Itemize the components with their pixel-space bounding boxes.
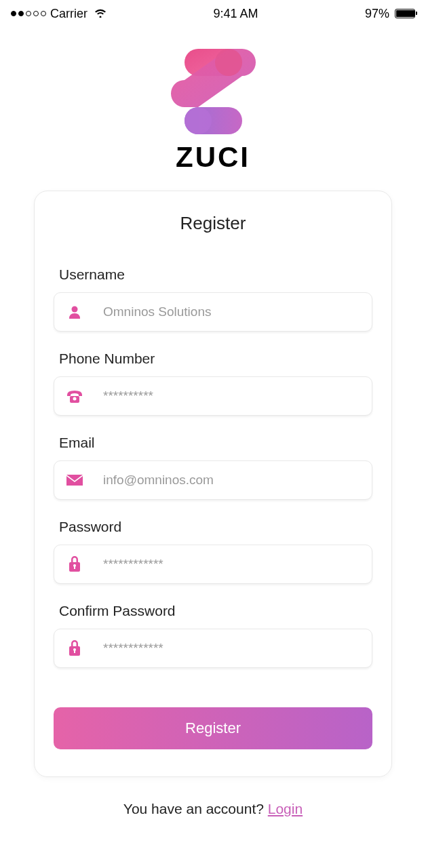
mail-icon bbox=[65, 471, 84, 490]
phone-icon bbox=[65, 387, 84, 406]
phone-label: Phone Number bbox=[54, 351, 372, 367]
phone-input-wrapper[interactable] bbox=[54, 376, 372, 416]
login-link[interactable]: Login bbox=[268, 801, 303, 816]
password-input-wrapper[interactable] bbox=[54, 545, 372, 584]
username-label: Username bbox=[54, 267, 372, 283]
register-button[interactable]: Register bbox=[54, 707, 372, 749]
password-label: Password bbox=[54, 519, 372, 535]
confirm-password-input-wrapper[interactable] bbox=[54, 629, 372, 668]
signal-strength-icon bbox=[11, 11, 46, 16]
username-field-group: Username bbox=[54, 267, 372, 332]
status-left: Carrier bbox=[11, 7, 106, 21]
email-input[interactable] bbox=[103, 473, 361, 488]
wifi-icon bbox=[94, 7, 106, 21]
confirm-password-field-group: Confirm Password bbox=[54, 603, 372, 668]
email-label: Email bbox=[54, 435, 372, 451]
lock-icon bbox=[65, 639, 84, 658]
username-input-wrapper[interactable] bbox=[54, 292, 372, 332]
password-field-group: Password bbox=[54, 519, 372, 584]
register-card: Register Username Phone Number bbox=[34, 191, 392, 777]
card-title: Register bbox=[54, 213, 372, 234]
carrier-label: Carrier bbox=[50, 7, 88, 21]
svg-rect-12 bbox=[74, 650, 75, 653]
battery-percent: 97% bbox=[365, 7, 389, 21]
phone-input[interactable] bbox=[103, 389, 361, 403]
status-time: 9:41 AM bbox=[213, 7, 258, 21]
email-field-group: Email bbox=[54, 435, 372, 500]
brand-name: ZUCI bbox=[176, 141, 250, 174]
svg-point-6 bbox=[73, 397, 77, 401]
lock-icon bbox=[65, 555, 84, 574]
email-input-wrapper[interactable] bbox=[54, 460, 372, 500]
phone-field-group: Phone Number bbox=[54, 351, 372, 416]
status-right: 97% bbox=[365, 7, 415, 21]
brand-logo-section: ZUCI bbox=[0, 47, 426, 174]
confirm-password-input[interactable] bbox=[103, 641, 361, 656]
footer: You have an account? Login bbox=[0, 801, 426, 817]
svg-point-4 bbox=[72, 307, 78, 313]
footer-prompt: You have an account? bbox=[123, 801, 268, 816]
confirm-password-label: Confirm Password bbox=[54, 603, 372, 619]
svg-point-3 bbox=[215, 49, 242, 76]
user-icon bbox=[65, 302, 84, 321]
password-input[interactable] bbox=[103, 557, 361, 572]
username-input[interactable] bbox=[103, 304, 361, 319]
brand-logo-icon bbox=[166, 47, 260, 136]
battery-icon bbox=[395, 9, 415, 18]
svg-point-2 bbox=[185, 107, 212, 134]
svg-rect-9 bbox=[74, 566, 75, 569]
status-bar: Carrier 9:41 AM 97% bbox=[0, 0, 426, 27]
